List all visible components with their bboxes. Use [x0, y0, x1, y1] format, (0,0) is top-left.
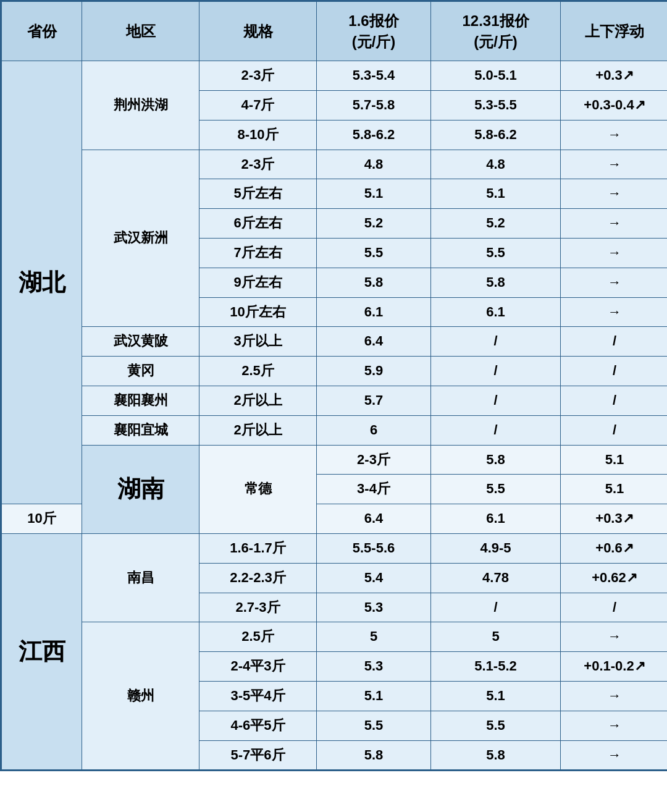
table-row: 江西南昌1.6-1.7斤5.5-5.64.9-5+0.6↗ — [2, 533, 668, 563]
price31-cell: 5.5 — [431, 238, 561, 268]
table-row: 武汉黄陂3斤以上6.4// — [2, 327, 668, 357]
float-cell: → — [561, 150, 668, 179]
spec-cell: 2斤以上 — [199, 386, 317, 415]
spec-cell: 3-5平4斤 — [199, 681, 317, 711]
price31-cell: 5.8-6.2 — [431, 120, 561, 150]
float-cell: +0.1-0.2↗ — [561, 652, 668, 682]
spec-cell: 2.7-3斤 — [199, 593, 317, 622]
float-cell: → — [561, 238, 668, 268]
table-body: 湖北荆州洪湖2-3斤5.3-5.45.0-5.1+0.3↗4-7斤5.7-5.8… — [2, 61, 668, 770]
price16-cell: 5.7-5.8 — [317, 90, 431, 120]
price31-cell: 5.3-5.5 — [431, 90, 561, 120]
price31-cell: / — [431, 327, 561, 357]
header-province: 省份 — [2, 2, 82, 61]
spec-cell: 9斤左右 — [199, 268, 317, 297]
price31-cell: 5 — [431, 622, 561, 652]
price16-cell: 5.3-5.4 — [317, 61, 431, 91]
header-price31: 12.31报价(元/斤) — [431, 2, 561, 61]
price31-cell: 5.2 — [431, 209, 561, 239]
spec-cell: 2.2-2.3斤 — [199, 563, 317, 593]
price16-cell: 5.8-6.2 — [317, 120, 431, 150]
price31-cell: 6.1 — [431, 297, 561, 327]
table-row: 湖北荆州洪湖2-3斤5.3-5.45.0-5.1+0.3↗ — [2, 61, 668, 91]
price31-cell: 4.8 — [431, 150, 561, 179]
spec-cell: 2-3斤 — [317, 445, 431, 475]
price31-cell: 5.1 — [431, 681, 561, 711]
table-row: 赣州2.5斤55→ — [2, 622, 668, 652]
spec-cell: 5斤左右 — [199, 179, 317, 209]
table-row: 湖南常德2-3斤5.85.1+0.7↗ — [2, 445, 668, 475]
region-cell: 襄阳宜城 — [82, 415, 199, 445]
price31-cell: 4.9-5 — [431, 533, 561, 563]
float-cell: / — [561, 415, 668, 445]
region-cell: 武汉新洲 — [82, 150, 199, 327]
region-cell: 常德 — [199, 445, 317, 533]
price31-cell: 6.1 — [431, 504, 561, 534]
price16-cell: 6 — [317, 415, 431, 445]
price31-cell: 5.8 — [431, 268, 561, 297]
table-row: 襄阳宜城2斤以上6// — [2, 415, 668, 445]
price16-cell: 5.8 — [317, 740, 431, 770]
header-region: 地区 — [82, 2, 199, 61]
price31-cell: 4.78 — [431, 563, 561, 593]
province-cell: 湖北 — [2, 61, 82, 504]
spec-cell: 1.6-1.7斤 — [199, 533, 317, 563]
float-cell: / — [561, 386, 668, 415]
price-table-wrapper: 省份 地区 规格 1.6报价(元/斤) 12.31报价(元/斤) 上下浮动 湖北… — [0, 0, 667, 771]
header-price16: 1.6报价(元/斤) — [317, 2, 431, 61]
spec-cell: 3-4斤 — [317, 475, 431, 504]
float-cell: → — [561, 740, 668, 770]
float-cell: +0.3↗ — [561, 504, 668, 534]
float-cell: → — [561, 120, 668, 150]
price16-cell: 5.3 — [317, 593, 431, 622]
spec-cell: 3斤以上 — [199, 327, 317, 357]
region-cell: 黄冈 — [82, 357, 199, 386]
region-cell: 武汉黄陂 — [82, 327, 199, 357]
price16-cell: 4.8 — [317, 150, 431, 179]
price16-cell: 5.3 — [317, 652, 431, 682]
region-cell: 襄阳襄州 — [82, 386, 199, 415]
price16-cell: 5.8 — [317, 268, 431, 297]
price16-cell: 6.1 — [317, 297, 431, 327]
float-cell: → — [561, 268, 668, 297]
price16-cell: 5.5 — [317, 238, 431, 268]
price31-cell: 5.1 — [561, 445, 668, 475]
spec-cell: 4-6平5斤 — [199, 711, 317, 740]
header-spec: 规格 — [199, 2, 317, 61]
price-table: 省份 地区 规格 1.6报价(元/斤) 12.31报价(元/斤) 上下浮动 湖北… — [1, 1, 667, 770]
province-cell: 江西 — [2, 533, 82, 769]
header-float: 上下浮动 — [561, 2, 668, 61]
price16-cell: 5.5 — [317, 711, 431, 740]
spec-cell: 6斤左右 — [199, 209, 317, 239]
price31-cell: 5.1-5.2 — [431, 652, 561, 682]
price16-cell: 5.5-5.6 — [317, 533, 431, 563]
region-cell: 荆州洪湖 — [82, 61, 199, 150]
price31-cell: 5.5 — [431, 711, 561, 740]
float-cell: / — [561, 327, 668, 357]
price31-cell: 5.8 — [431, 740, 561, 770]
price16-cell: 5.1 — [317, 681, 431, 711]
spec-cell: 2-4平3斤 — [199, 652, 317, 682]
price16-cell: 5.5 — [431, 475, 561, 504]
price16-cell: 5.8 — [431, 445, 561, 475]
table-row: 襄阳襄州2斤以上5.7// — [2, 386, 668, 415]
price31-cell: 5.1 — [431, 179, 561, 209]
region-cell: 赣州 — [82, 622, 199, 770]
price31-cell: / — [431, 357, 561, 386]
float-cell: +0.3↗ — [561, 61, 668, 91]
table-row: 武汉新洲2-3斤4.84.8→ — [2, 150, 668, 179]
table-header: 省份 地区 规格 1.6报价(元/斤) 12.31报价(元/斤) 上下浮动 — [2, 2, 668, 61]
spec-cell: 2-3斤 — [199, 150, 317, 179]
float-cell: +0.62↗ — [561, 563, 668, 593]
float-cell: +0.6↗ — [561, 533, 668, 563]
float-cell: → — [561, 179, 668, 209]
spec-cell: 2.5斤 — [199, 357, 317, 386]
spec-cell: 4-7斤 — [199, 90, 317, 120]
float-cell: / — [561, 593, 668, 622]
region-cell: 南昌 — [82, 533, 199, 622]
spec-cell: 2-3斤 — [199, 61, 317, 91]
price16-cell: 5.2 — [317, 209, 431, 239]
price16-cell: 5.7 — [317, 386, 431, 415]
price16-cell: 5.9 — [317, 357, 431, 386]
float-cell: → — [561, 297, 668, 327]
